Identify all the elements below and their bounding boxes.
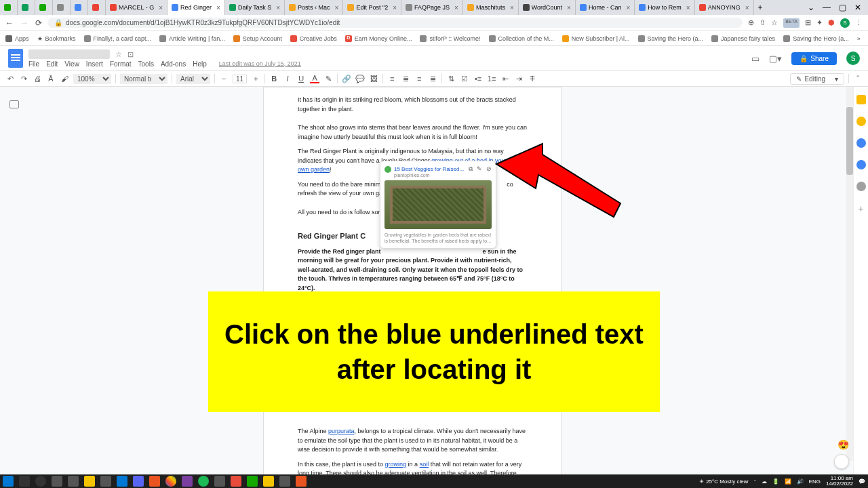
link-icon[interactable]: 🔗 [342,75,351,83]
notification-icon[interactable]: 💬 [859,479,865,485]
hyperlink[interactable]: purpurata [328,428,355,434]
close-tab-icon[interactable]: × [276,4,280,12]
outdent-icon[interactable]: ⇤ [500,75,510,83]
menu-item[interactable]: File [28,60,39,68]
paragraph[interactable]: The Alpine purpurata, belongs to a tropi… [298,427,527,455]
move-icon[interactable]: ⊡ [127,50,134,59]
image-icon[interactable]: 🖼 [369,75,378,83]
maximize-icon[interactable]: ▢ [839,3,846,12]
bookmark-item[interactable]: DEarn Money Online... [345,35,412,42]
bookmark-item[interactable]: stiforP :: Welcome! [420,35,480,42]
zoom-icon[interactable]: ⊕ [748,18,754,28]
new-tab-button[interactable]: + [754,0,767,15]
menu-icon[interactable]: ⋮ [855,18,863,28]
outline-toggle-icon[interactable] [9,100,19,108]
docs-logo-icon[interactable] [8,49,23,68]
emoji-reaction-icon[interactable]: 😍 [837,439,849,450]
menu-item[interactable]: Insert [86,60,103,68]
back-icon[interactable]: ← [5,18,14,28]
browser-tab[interactable]: MARCEL - G× [106,0,167,15]
browser-tab[interactable] [53,0,71,15]
taskbar-app[interactable] [133,476,144,487]
browser-tab[interactable] [18,0,35,15]
close-tab-icon[interactable]: × [745,4,749,12]
menu-item[interactable]: Tools [138,60,154,68]
underline-icon[interactable]: U [296,75,306,83]
browser-tab[interactable]: Red Ginger× [167,0,225,15]
bold-icon[interactable]: B [269,75,279,83]
meet-icon[interactable]: ▢▾ [769,54,782,64]
profile-avatar[interactable]: S [840,18,850,28]
clock[interactable]: 11:00 am14/02/2022 [826,476,853,487]
browser-tab[interactable]: Edit Post "2× [343,0,401,15]
zoom-select[interactable]: 100% [73,74,111,84]
print-icon[interactable]: 🖨 [33,75,42,83]
bullet-list-icon[interactable]: •≡ [473,75,483,83]
url-field[interactable]: 🔒 docs.google.com/document/d/1ojB1HywKTR… [47,18,743,28]
editing-mode-button[interactable]: ✎ Editing ▾ [790,73,844,85]
paragraph[interactable]: It has its origin in its striking red bl… [298,96,527,114]
highlight-icon[interactable]: ✎ [323,75,333,83]
chrome-icon[interactable] [165,476,176,487]
browser-tab[interactable]: Maschituts× [463,0,519,15]
taskbar-app[interactable] [149,476,160,487]
comment-icon[interactable]: 💬 [355,75,365,83]
taskbar-app[interactable] [198,476,209,487]
align-right-icon[interactable]: ≡ [414,75,424,83]
share-button[interactable]: 🔒Share [791,52,837,65]
bookmark-item[interactable]: Setup Account [233,35,282,42]
menu-item[interactable]: Add-ons [161,60,186,68]
taskbar-app[interactable] [68,476,79,487]
ext-icon[interactable]: BETA [783,18,800,28]
menu-item[interactable]: Format [110,60,132,68]
explore-button[interactable] [834,454,849,469]
decrease-font-icon[interactable]: − [219,75,229,83]
taskbar-app[interactable] [296,476,307,487]
close-tab-icon[interactable]: × [510,4,514,12]
tray-icon[interactable]: 🔊 [797,479,804,485]
clear-format-icon[interactable]: T [528,75,537,83]
style-select[interactable]: Normal text [120,74,167,84]
taskbar-app[interactable] [182,476,193,487]
text-color-icon[interactable]: A [310,74,319,83]
taskbar-app[interactable] [231,476,241,487]
bookmark-item[interactable]: New Subscriber | Al... [562,35,630,42]
close-tab-icon[interactable]: × [159,4,163,12]
bookmark-item[interactable]: Creative Jobs [290,35,337,42]
close-icon[interactable]: ✕ [854,3,861,12]
calendar-icon[interactable] [856,95,866,104]
hyperlink[interactable]: growing [385,461,407,468]
browser-tab[interactable]: Home - Can× [576,0,635,15]
unlink-icon[interactable]: ⊘ [486,165,492,173]
close-tab-icon[interactable]: × [393,4,397,12]
number-list-icon[interactable]: 1≡ [487,75,496,83]
hyperlink[interactable]: soil [420,461,429,468]
tray-chevron-icon[interactable]: ˆ [754,479,756,485]
taskbar-app[interactable] [117,476,127,487]
ext-icon[interactable]: ⬢ [828,18,835,28]
indent-icon[interactable]: ⇥ [514,75,524,83]
maps-icon[interactable] [856,182,866,191]
paragraph[interactable]: Provide the Red ginger plante sun in the… [298,247,527,293]
taskbar-app[interactable] [100,476,111,487]
browser-tab[interactable]: How to Rem× [635,0,694,15]
menu-item[interactable]: View [64,60,79,68]
increase-font-icon[interactable]: + [251,75,260,83]
browser-tab[interactable]: Posts ‹ Mac× [285,0,343,15]
taskbar-app[interactable] [263,476,274,487]
contacts-icon[interactable] [856,160,866,169]
close-tab-icon[interactable]: × [567,4,571,12]
browser-tab[interactable] [0,0,18,15]
bookmark-item[interactable]: Collection of the M... [489,35,554,42]
browser-tab[interactable] [71,0,88,15]
close-tab-icon[interactable]: × [335,4,339,12]
copy-link-icon[interactable]: ⧉ [469,165,473,173]
line-spacing-icon[interactable]: ⇅ [446,75,456,83]
italic-icon[interactable]: I [283,75,292,83]
browser-tab[interactable] [35,0,53,15]
bookmark-item[interactable]: Saving the Hero (a... [783,35,849,42]
star-icon[interactable]: ☆ [115,50,122,59]
align-center-icon[interactable]: ≣ [401,75,410,83]
taskbar-app[interactable] [247,476,258,487]
redo-icon[interactable]: ↷ [19,75,28,83]
